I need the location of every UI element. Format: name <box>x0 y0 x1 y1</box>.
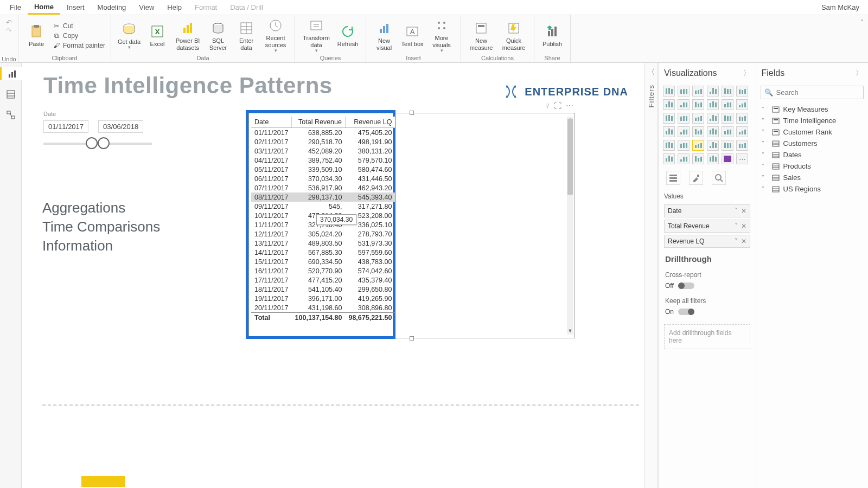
table-row[interactable]: 06/11/2017370,034.30431,446.50 <box>251 174 395 183</box>
col-total-revenue[interactable]: Total Revenue <box>292 117 346 128</box>
chevron-down-icon[interactable]: ˅ <box>762 175 768 181</box>
chevron-down-icon[interactable]: ˅ <box>762 106 768 112</box>
field-table[interactable]: ˅Customer Rank <box>761 126 864 138</box>
sql-server-button[interactable]: SQL Server <box>206 20 231 50</box>
get-data-button[interactable]: Get data▾ <box>117 21 142 50</box>
viz-type-icon[interactable] <box>736 113 748 124</box>
drillthrough-drop[interactable]: Add drillthrough fields here <box>664 324 750 349</box>
keep-filters-toggle[interactable]: On <box>659 307 756 321</box>
filters-pane-collapsed[interactable]: 〈 Filters <box>644 63 658 488</box>
menu-modeling[interactable]: Modeling <box>91 1 133 14</box>
table-row[interactable]: 08/11/2017298,137.10545,393.40 <box>251 192 395 202</box>
viz-type-icon[interactable] <box>692 99 704 110</box>
viz-type-icon[interactable] <box>707 86 719 97</box>
chevron-down-icon[interactable]: ˅ <box>762 140 768 146</box>
remove-icon[interactable]: ✕ <box>741 222 746 230</box>
menu-format[interactable]: Format <box>188 1 224 14</box>
table-row[interactable]: 05/11/2017339,509.10580,474.60 <box>251 165 395 174</box>
viz-type-icon[interactable] <box>678 99 690 110</box>
format-painter-button[interactable]: 🖌Format painter <box>52 41 105 50</box>
fields-search[interactable]: 🔍 <box>761 86 864 99</box>
quick-measure-button[interactable]: Quick measure <box>499 20 528 50</box>
chevron-down-icon[interactable]: ˅ <box>762 129 768 135</box>
viz-type-icon[interactable] <box>722 86 733 97</box>
table-row[interactable]: 18/11/2017541,105.40299,650.80 <box>251 285 395 294</box>
report-canvas[interactable]: Time Intelligence Patterns ENTERPRISE DN… <box>22 63 656 488</box>
field-table[interactable]: ˅Time Intelligence <box>761 115 864 126</box>
fields-tab-icon[interactable] <box>666 171 680 185</box>
viz-type-icon[interactable] <box>663 86 675 97</box>
viz-type-icon[interactable] <box>678 140 690 151</box>
remove-icon[interactable]: ✕ <box>741 207 746 215</box>
field-table[interactable]: ˅Customers <box>761 138 864 149</box>
viz-type-icon[interactable] <box>736 86 748 97</box>
visual-filter-icon[interactable]: ⑂ <box>545 101 550 110</box>
well-total-revenue[interactable]: Total Revenue˅✕ <box>664 220 750 233</box>
table-row[interactable]: 20/11/2017431,198.60308,896.80 <box>251 303 395 313</box>
chevron-down-icon[interactable]: ˅ <box>735 237 738 245</box>
viz-type-icon[interactable] <box>663 126 675 137</box>
slicer-to[interactable]: 03/06/2018 <box>98 120 143 133</box>
viz-type-icon[interactable] <box>678 113 690 124</box>
cross-report-toggle[interactable]: Off <box>659 281 756 295</box>
field-table[interactable]: ˅Key Measures <box>761 104 864 115</box>
chevron-down-icon[interactable]: ˅ <box>762 186 768 192</box>
recent-sources-button[interactable]: Recent sources▾ <box>262 17 289 53</box>
text-box-button[interactable]: AText box <box>400 23 425 47</box>
undo-icon[interactable]: ↶ <box>6 18 12 27</box>
viz-type-icon[interactable] <box>692 113 704 124</box>
viz-type-icon[interactable] <box>663 140 675 151</box>
viz-type-icon[interactable] <box>722 99 733 110</box>
viz-type-icon[interactable] <box>678 126 690 137</box>
signed-in-user[interactable]: Sam McKay <box>821 3 865 11</box>
viz-type-icon[interactable] <box>707 153 719 164</box>
table-row[interactable]: 12/11/2017305,024.20278,793.70 <box>251 229 395 239</box>
viz-type-icon[interactable] <box>678 153 690 164</box>
collapse-ribbon-icon[interactable]: ˄ <box>856 15 868 62</box>
fields-search-input[interactable] <box>776 88 860 97</box>
chevron-down-icon[interactable]: ˅ <box>735 222 738 230</box>
collapse-fields-icon[interactable]: 〉 <box>856 68 863 78</box>
viz-type-icon[interactable] <box>736 140 748 151</box>
cut-button[interactable]: ✂Cut <box>52 22 105 30</box>
viz-type-icon[interactable] <box>692 126 704 137</box>
viz-type-icon[interactable] <box>722 140 733 151</box>
more-visuals-button[interactable]: More visuals▾ <box>428 17 455 53</box>
enter-data-button[interactable]: Enter data <box>234 20 259 50</box>
report-view-icon[interactable] <box>0 67 22 80</box>
transform-data-button[interactable]: Transform data▾ <box>301 17 332 53</box>
well-date[interactable]: Date˅✕ <box>664 204 750 217</box>
viz-type-icon[interactable] <box>663 113 675 124</box>
viz-type-icon[interactable] <box>692 140 704 151</box>
table-row[interactable]: 07/11/2017536,917.90462,943.20 <box>251 183 395 192</box>
viz-type-icon[interactable] <box>736 126 748 137</box>
visual-more-icon[interactable]: ⋯ <box>566 101 573 110</box>
menu-home[interactable]: Home <box>28 1 60 15</box>
chevron-down-icon[interactable]: ˅ <box>735 207 738 215</box>
chevron-down-icon[interactable]: ˅ <box>762 163 768 169</box>
page-tab-active[interactable] <box>81 476 125 487</box>
pbi-datasets-button[interactable]: Power BI datasets <box>173 20 202 50</box>
field-table[interactable]: ˅Sales <box>761 172 864 183</box>
table-row[interactable]: 15/11/2017690,334.50438,783.00 <box>251 257 395 266</box>
copy-button[interactable]: ⧉Copy <box>52 31 105 40</box>
remove-icon[interactable]: ✕ <box>741 237 746 245</box>
table-visual[interactable]: ⑂ ⛶ ⋯ Date Total Revenue Revenue LQ 01/1… <box>248 113 575 338</box>
new-measure-button[interactable]: New measure <box>467 20 496 50</box>
resize-handle-top[interactable] <box>410 111 414 115</box>
viz-type-icon[interactable] <box>678 86 690 97</box>
slicer-from[interactable]: 01/11/2017 <box>43 120 88 133</box>
refresh-button[interactable]: Refresh <box>335 23 360 47</box>
table-row[interactable]: 02/11/2017290,518.70498,191.90 <box>251 137 395 146</box>
redo-icon[interactable]: ↷ <box>6 27 12 35</box>
viz-type-icon[interactable] <box>692 86 704 97</box>
menu-file[interactable]: File <box>3 1 28 14</box>
collapse-viz-icon[interactable]: 〉 <box>743 68 750 78</box>
field-table[interactable]: ˅US Regions <box>761 183 864 195</box>
table-row[interactable]: 19/11/2017396,171.00419,265.90 <box>251 294 395 303</box>
table-row[interactable]: 09/11/2017545,317,271.80 <box>251 202 395 211</box>
table-row[interactable]: 04/11/2017389,752.40579,570.10 <box>251 156 395 165</box>
viz-type-icon[interactable]: ⋯ <box>736 153 748 164</box>
slicer-handle-left[interactable] <box>86 137 98 149</box>
new-visual-button[interactable]: New visual <box>372 20 397 50</box>
